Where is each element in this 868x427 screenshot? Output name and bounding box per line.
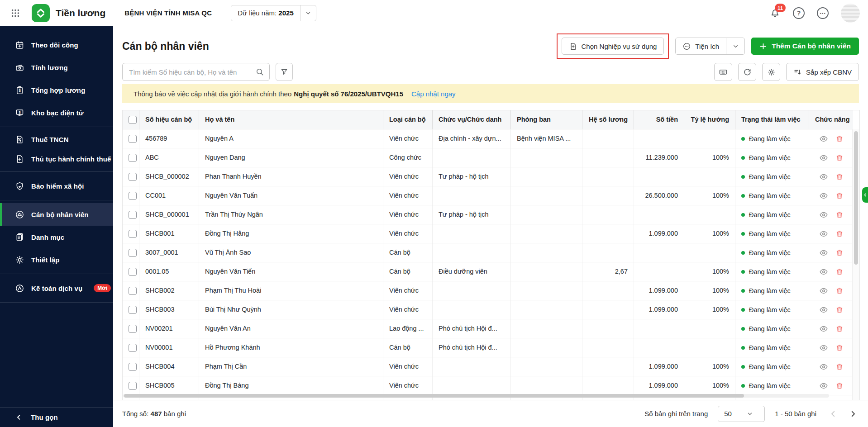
- delete-icon[interactable]: [835, 154, 844, 162]
- delete-icon[interactable]: [835, 325, 844, 333]
- per-page-select[interactable]: 50: [718, 406, 765, 422]
- column-header-rate[interactable]: Tỷ lệ hưởng: [684, 110, 735, 129]
- sidebar-item-danh-muc[interactable]: Danh mục: [0, 226, 113, 248]
- row-checkbox[interactable]: [129, 192, 137, 200]
- horizontal-scrollbar[interactable]: [123, 394, 829, 398]
- delete-icon[interactable]: [835, 192, 844, 200]
- app-grid-icon[interactable]: [9, 7, 22, 19]
- delete-icon[interactable]: [835, 287, 844, 295]
- view-icon[interactable]: [819, 191, 828, 200]
- table-row[interactable]: CC001 Nguyễn Văn Tuấn Viên chức 26.500.0…: [123, 186, 853, 205]
- utilities-dropdown-button[interactable]: [726, 38, 744, 54]
- select-all-checkbox[interactable]: [129, 116, 137, 124]
- table-row[interactable]: SHCB004 Phạm Thị Cần Viên chức 1.099.000…: [123, 357, 853, 376]
- more-options-button[interactable]: ⋯: [817, 7, 829, 19]
- data-year-select[interactable]: Dữ liệu năm: 2025: [231, 5, 316, 21]
- sidebar-item-ke-toan-dich-vu[interactable]: Kế toán dịch vụ Mới: [0, 277, 113, 299]
- column-header-coefficient[interactable]: Hệ số lương: [582, 110, 634, 129]
- table-row[interactable]: SHCB_000001 Trần Thị Thúy Ngân Viên chức…: [123, 205, 853, 224]
- sidebar-collapse-button[interactable]: Thu gọn: [0, 407, 113, 427]
- row-checkbox[interactable]: [129, 363, 137, 371]
- notifications-button[interactable]: 11: [769, 7, 781, 19]
- add-employee-button[interactable]: Thêm Cán bộ nhân viên: [751, 38, 859, 55]
- sidebar-item-tinh-luong[interactable]: Tính lương: [0, 56, 113, 79]
- delete-icon[interactable]: [835, 211, 844, 219]
- scrollbar-thumb[interactable]: [124, 394, 744, 398]
- row-checkbox[interactable]: [129, 325, 137, 333]
- help-button[interactable]: ?: [793, 7, 805, 19]
- table-row[interactable]: SHCB003 Bùi Thị Như Quỳnh Viên chức 1.09…: [123, 300, 853, 319]
- view-icon[interactable]: [819, 381, 828, 390]
- view-icon[interactable]: [819, 305, 828, 314]
- view-icon[interactable]: [819, 362, 828, 371]
- user-avatar[interactable]: [841, 4, 860, 23]
- delete-icon[interactable]: [835, 382, 844, 390]
- table-row[interactable]: SHCB001 Đồng Thị Hằng Viên chức 1.099.00…: [123, 224, 853, 243]
- filter-button[interactable]: [276, 63, 293, 81]
- row-checkbox[interactable]: [129, 230, 137, 238]
- table-row[interactable]: NV00001 Hồ Phương Khánh Cán bộ Phó chủ t…: [123, 338, 853, 357]
- chevron-down-icon[interactable]: [300, 5, 316, 21]
- sidebar-item-thiet-lap[interactable]: Thiết lập: [0, 248, 113, 271]
- sidebar-item-thu-tuc-hanh-chinh-thue[interactable]: Thủ tục hành chính thuế: [0, 149, 113, 169]
- view-icon[interactable]: [819, 172, 828, 181]
- column-header-position[interactable]: Chức vụ/Chức danh: [432, 110, 510, 129]
- view-icon[interactable]: [819, 267, 828, 276]
- row-checkbox[interactable]: [129, 287, 137, 295]
- collapse-panel-tab[interactable]: [862, 187, 868, 203]
- delete-icon[interactable]: [835, 230, 844, 238]
- utilities-button[interactable]: Tiện ích: [676, 38, 726, 54]
- delete-icon[interactable]: [835, 135, 844, 143]
- vertical-scrollbar[interactable]: [852, 129, 859, 400]
- table-row[interactable]: SHCB002 Phạm Thị Thu Hoài Viên chức 1.09…: [123, 281, 853, 300]
- keyboard-shortcuts-button[interactable]: [714, 63, 732, 81]
- column-header-name[interactable]: Họ và tên: [199, 110, 383, 129]
- row-checkbox[interactable]: [129, 173, 137, 181]
- row-checkbox[interactable]: [129, 268, 137, 276]
- update-now-link[interactable]: Cập nhật ngay: [411, 90, 456, 98]
- column-header-amount[interactable]: Số tiền: [634, 110, 684, 129]
- row-checkbox[interactable]: [129, 135, 137, 143]
- refresh-button[interactable]: [738, 63, 756, 81]
- delete-icon[interactable]: [835, 344, 844, 352]
- column-header-type[interactable]: Loại cán bộ: [383, 110, 432, 129]
- sidebar-item-tong-hop-luong[interactable]: $ Tổng hợp lương: [0, 79, 113, 101]
- column-header-department[interactable]: Phòng ban: [510, 110, 582, 129]
- table-row[interactable]: SHCB_000002 Phan Thanh Huyền Viên chức T…: [123, 167, 853, 186]
- delete-icon[interactable]: [835, 249, 844, 257]
- view-icon[interactable]: [819, 286, 828, 295]
- table-row[interactable]: 3007_0001 Vũ Thị Ánh Sao Cán bộ Đang làm…: [123, 243, 853, 262]
- delete-icon[interactable]: [835, 363, 844, 371]
- row-checkbox[interactable]: [129, 382, 137, 390]
- view-icon[interactable]: [819, 153, 828, 162]
- sidebar-item-can-bo-nhan-vien[interactable]: Cán bộ nhân viên: [0, 203, 113, 226]
- sidebar-item-theo-doi-cong[interactable]: Theo dõi công: [0, 33, 113, 56]
- view-icon[interactable]: [819, 210, 828, 219]
- choose-service-button[interactable]: Chọn Nghiệp vụ sử dụng: [562, 38, 664, 55]
- view-icon[interactable]: [819, 248, 828, 257]
- table-row[interactable]: 456789 Nguyễn A Viên chức Địa chính - xâ…: [123, 129, 853, 148]
- row-checkbox[interactable]: [129, 306, 137, 314]
- row-checkbox[interactable]: [129, 154, 137, 162]
- table-settings-button[interactable]: [762, 63, 780, 81]
- table-row[interactable]: ABC Nguyen Dang Công chức 11.239.000 100…: [123, 148, 853, 167]
- delete-icon[interactable]: [835, 268, 844, 276]
- search-input[interactable]: [122, 63, 270, 81]
- scrollbar-thumb[interactable]: [854, 131, 858, 265]
- delete-icon[interactable]: [835, 306, 844, 314]
- previous-page-button[interactable]: [829, 410, 837, 418]
- view-icon[interactable]: [819, 343, 828, 352]
- table-row[interactable]: SHCB005 Đồng Thị Bảng Viên chức 1.099.00…: [123, 376, 853, 395]
- next-page-button[interactable]: [849, 410, 857, 418]
- row-checkbox[interactable]: [129, 344, 137, 352]
- view-icon[interactable]: [819, 324, 828, 333]
- column-header-code[interactable]: Số hiệu cán bộ: [139, 110, 199, 129]
- delete-icon[interactable]: [835, 173, 844, 181]
- view-icon[interactable]: [819, 229, 828, 238]
- sort-employees-button[interactable]: Sắp xếp CBNV: [786, 63, 859, 81]
- table-row[interactable]: NV00201 Nguyễn Văn An Lao động ... Phó c…: [123, 319, 853, 338]
- view-icon[interactable]: [819, 134, 828, 143]
- row-checkbox[interactable]: [129, 249, 137, 257]
- sidebar-item-thue-tncn[interactable]: Thuế TNCN: [0, 130, 113, 149]
- column-header-status[interactable]: Trạng thái làm việc: [735, 110, 809, 129]
